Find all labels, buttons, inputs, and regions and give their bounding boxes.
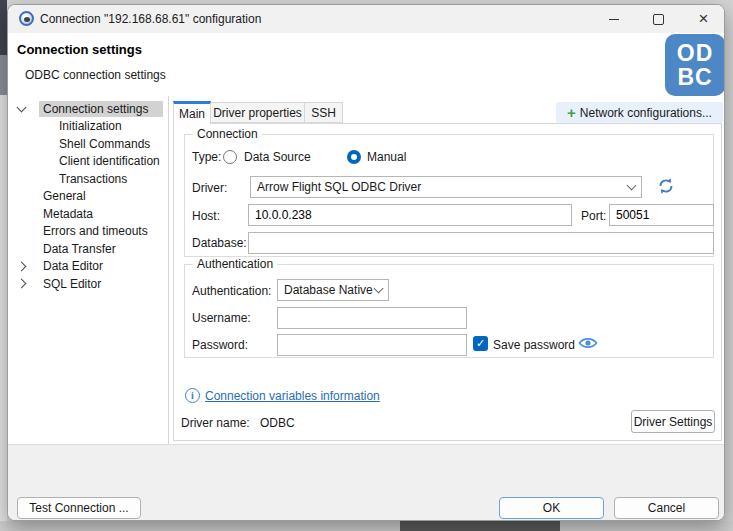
driver-combo[interactable]: Arrow Flight SQL ODBC Driver bbox=[250, 176, 642, 198]
sidebar-item-initialization[interactable]: Initialization bbox=[9, 118, 167, 136]
chevron-down-icon bbox=[374, 284, 384, 294]
driver-label: Driver: bbox=[192, 181, 227, 195]
page-title: Connection settings bbox=[17, 42, 142, 57]
sidebar-item-metadata[interactable]: Metadata bbox=[9, 205, 167, 223]
authentication-label: Authentication: bbox=[192, 284, 271, 298]
plus-icon: + bbox=[567, 105, 576, 120]
tab-main[interactable]: Main bbox=[173, 101, 211, 124]
sidebar-item-transactions[interactable]: Transactions bbox=[9, 170, 167, 188]
background-window-edge-mid bbox=[0, 55, 7, 95]
chevron-right-icon[interactable] bbox=[9, 263, 39, 270]
radio-manual-label[interactable]: Manual bbox=[367, 150, 406, 164]
authentication-combo-value: Database Native bbox=[284, 283, 373, 297]
dialog-footer: Test Connection ... OK Cancel bbox=[8, 444, 725, 521]
chevron-down-icon[interactable] bbox=[9, 107, 39, 111]
host-label: Host: bbox=[192, 209, 220, 223]
chevron-down-icon bbox=[627, 181, 637, 191]
sidebar-divider bbox=[168, 96, 169, 444]
sidebar-item-data-transfer[interactable]: Data Transfer bbox=[9, 240, 167, 258]
password-input[interactable] bbox=[277, 334, 467, 356]
odbc-logo: OD BC bbox=[665, 34, 725, 96]
sidebar-item-sql-editor[interactable]: SQL Editor bbox=[9, 275, 167, 293]
page-subtitle: ODBC connection settings bbox=[25, 68, 166, 82]
title-bar[interactable]: Connection "192.168.68.61" configuration bbox=[8, 5, 725, 33]
maximize-button[interactable] bbox=[636, 5, 681, 33]
port-label: Port: bbox=[581, 209, 606, 223]
driver-settings-button[interactable]: Driver Settings bbox=[631, 410, 715, 433]
connection-group: Connection Type: Data Source Manual Driv… bbox=[184, 134, 714, 257]
authentication-combo[interactable]: Database Native bbox=[277, 279, 389, 301]
type-label: Type: bbox=[192, 150, 221, 164]
database-label: Database: bbox=[192, 236, 247, 250]
info-icon bbox=[185, 388, 200, 403]
show-password-eye-icon[interactable] bbox=[578, 336, 598, 350]
network-configurations-label: Network configurations... bbox=[580, 106, 712, 120]
background-window-edge-low bbox=[0, 95, 7, 521]
driver-combo-value: Arrow Flight SQL ODBC Driver bbox=[257, 180, 421, 194]
refresh-driver-icon[interactable] bbox=[657, 177, 675, 195]
window-title: Connection "192.168.68.61" configuration bbox=[40, 5, 261, 33]
settings-tree: Connection settings Initialization Shell… bbox=[9, 100, 167, 293]
sidebar-item-errors-and-timeouts[interactable]: Errors and timeouts bbox=[9, 223, 167, 241]
network-configurations-button[interactable]: + Network configurations... bbox=[556, 102, 723, 123]
authentication-group-legend: Authentication bbox=[193, 257, 277, 271]
connection-group-legend: Connection bbox=[193, 127, 262, 141]
port-input[interactable] bbox=[609, 204, 714, 226]
sidebar-item-data-editor[interactable]: Data Editor bbox=[9, 258, 167, 276]
app-icon bbox=[19, 11, 34, 26]
radio-data-source-label[interactable]: Data Source bbox=[244, 150, 311, 164]
ok-button[interactable]: OK bbox=[499, 497, 604, 519]
username-input[interactable] bbox=[277, 307, 467, 329]
maximize-icon bbox=[653, 14, 664, 25]
background-bottom-dark-strip bbox=[400, 521, 560, 531]
sidebar-item-shell-commands[interactable]: Shell Commands bbox=[9, 135, 167, 153]
host-input[interactable] bbox=[248, 204, 572, 226]
authentication-group: Authentication Authentication: Database … bbox=[184, 264, 714, 358]
connection-variables-link[interactable]: Connection variables information bbox=[205, 389, 380, 403]
background-bottom-strip bbox=[0, 521, 733, 531]
save-password-label[interactable]: Save password bbox=[493, 338, 575, 352]
background-window-edge-top bbox=[0, 0, 7, 55]
sidebar-item-client-identification[interactable]: Client identification bbox=[9, 153, 167, 171]
minimize-button[interactable] bbox=[591, 5, 636, 33]
driver-name-label: Driver name: bbox=[181, 416, 250, 430]
close-icon bbox=[699, 5, 709, 33]
odbc-logo-line1: OD bbox=[665, 41, 725, 65]
username-label: Username: bbox=[192, 311, 251, 325]
test-connection-button[interactable]: Test Connection ... bbox=[17, 497, 141, 519]
driver-name-value: ODBC bbox=[260, 416, 295, 430]
chevron-right-icon[interactable] bbox=[9, 280, 39, 287]
sidebar-item-connection-settings[interactable]: Connection settings bbox=[9, 100, 167, 118]
sidebar-item-general[interactable]: General bbox=[9, 188, 167, 206]
close-button[interactable] bbox=[681, 5, 725, 33]
radio-data-source[interactable] bbox=[223, 150, 237, 164]
radio-manual[interactable] bbox=[347, 150, 361, 164]
cancel-button[interactable]: Cancel bbox=[614, 497, 719, 519]
minimize-icon bbox=[609, 19, 619, 20]
password-label: Password: bbox=[192, 338, 248, 352]
database-input[interactable] bbox=[248, 232, 714, 254]
tab-ssh[interactable]: SSH bbox=[304, 102, 343, 123]
tab-driver-properties[interactable]: Driver properties bbox=[210, 102, 305, 123]
connection-configuration-dialog: Connection "192.168.68.61" configuration… bbox=[7, 4, 725, 521]
save-password-checkbox[interactable] bbox=[473, 336, 488, 351]
odbc-logo-line2: BC bbox=[665, 65, 725, 89]
